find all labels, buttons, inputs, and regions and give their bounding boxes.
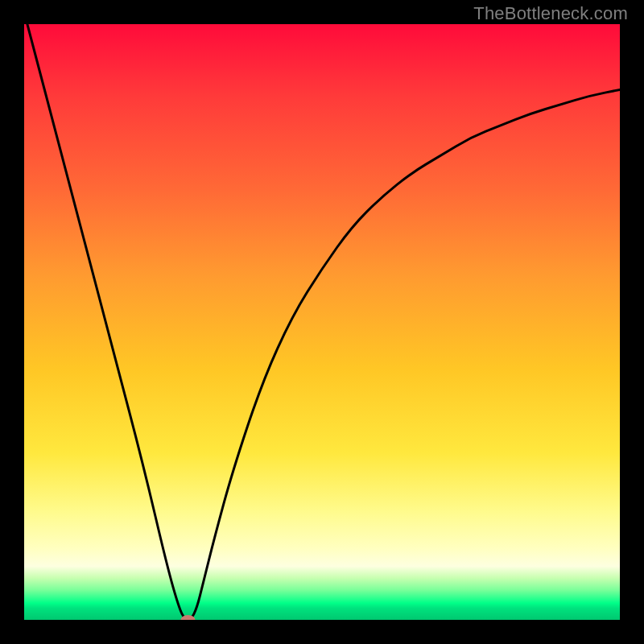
plot-frame	[24, 24, 620, 620]
bottleneck-curve	[24, 24, 620, 620]
plot-svg	[24, 24, 620, 620]
watermark-text: TheBottleneck.com	[473, 3, 628, 24]
